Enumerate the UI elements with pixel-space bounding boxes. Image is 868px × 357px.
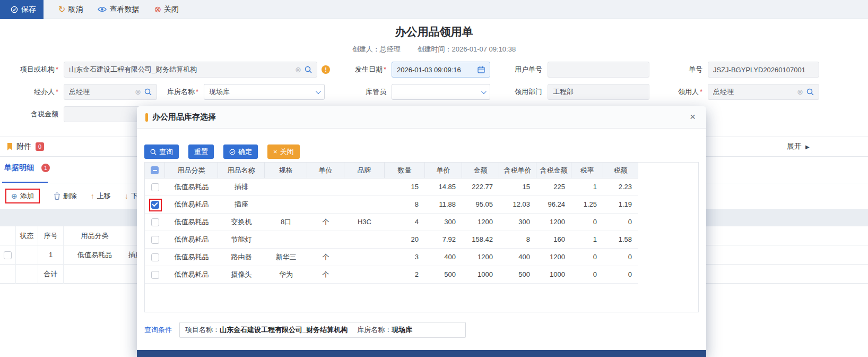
cell-tax-amount: 160 <box>536 231 571 248</box>
confirm-button[interactable]: 确定 <box>223 144 258 159</box>
cell-price: 14.85 <box>425 178 462 196</box>
inventory-row[interactable]: 低值易耗品 插排 15 14.85 222.77 15 225 1 2.23 <box>145 178 638 196</box>
cell-unit: 个 <box>307 266 344 283</box>
cell-spec: 新华三 <box>265 249 307 266</box>
recipient-label: 领用人* <box>670 84 708 100</box>
close-x-icon: × <box>273 148 277 155</box>
modal-close-icon[interactable]: × <box>690 112 696 122</box>
inventory-row[interactable]: 低值易耗品 摄像头 华为 个 2 500 1000 500 1000 0 0 <box>145 266 638 284</box>
modal-header: 办公用品库存选择 × <box>137 106 706 129</box>
save-button[interactable]: 保存 <box>0 0 44 19</box>
cell-tax: 1.19 <box>603 196 638 213</box>
cell-name: 插排 <box>218 178 265 196</box>
query-conditions-link[interactable]: 查询条件 <box>144 325 172 335</box>
clear-icon[interactable]: ⊗ <box>135 88 141 96</box>
attachment-count-badge: 0 <box>36 142 44 151</box>
cell-unit: 个 <box>307 249 344 266</box>
arrow-up-icon: ↑ <box>91 192 94 200</box>
department-input[interactable]: 工程部 <box>548 84 649 100</box>
inventory-row[interactable]: 低值易耗品 节能灯 20 7.92 158.42 8 160 1 1.58 <box>145 231 638 249</box>
move-up-button[interactable]: ↑ 上移 <box>91 191 111 201</box>
annotation-box-add: ⊕ 添加 <box>5 189 40 203</box>
close-button[interactable]: ⊗ 关闭 <box>154 5 178 14</box>
select-all-checkbox[interactable] <box>151 166 159 174</box>
modal-close-button[interactable]: × 关闭 <box>267 144 300 159</box>
project-input[interactable]: 山东金石建设工程有限公司_财务结算机构 ⊗ <box>64 62 317 78</box>
field-keeper: 库管员 <box>346 84 490 100</box>
col-category: 用品分类 <box>165 163 218 178</box>
row-checkbox[interactable] <box>151 218 159 226</box>
occur-date-input[interactable]: 2026-01-03 09:09:16 <box>392 62 490 78</box>
cell-category: 低值易耗品 <box>165 196 218 213</box>
recipient-input[interactable]: 总经理 ⊗ <box>708 84 819 100</box>
inventory-select-modal: 办公用品库存选择 × 查询 重置 确定 × 关闭 用品分类 用品名称 规格 单位… <box>137 106 706 357</box>
cell-price: 7.92 <box>425 231 462 248</box>
attachment-label: 附件 <box>16 142 31 151</box>
row-checkbox[interactable] <box>151 236 159 244</box>
view-data-button[interactable]: 查看数据 <box>98 5 139 14</box>
cell-rate: 1.25 <box>571 196 603 213</box>
tab-detail-count-badge: 1 <box>41 164 50 172</box>
cell-amount: 95.05 <box>462 196 499 213</box>
top-toolbar: 保存 ↻ 取消 查看数据 ⊗ 关闭 <box>0 0 868 19</box>
handler-input[interactable]: 总经理 ⊗ <box>64 84 157 100</box>
cell-name: 交换机 <box>218 214 265 231</box>
reset-button[interactable]: 重置 <box>188 144 214 159</box>
cell-spec: 华为 <box>265 266 307 283</box>
col-tax: 税额 <box>603 163 638 178</box>
cell-tax: 0 <box>603 266 638 283</box>
clear-icon[interactable]: ⊗ <box>295 66 301 73</box>
cell-tax: 0 <box>603 249 638 266</box>
condition-project-value: 山东金石建设工程有限公司_财务结算机构 <box>220 325 348 335</box>
add-row-button[interactable]: ⊕ 添加 <box>11 191 34 201</box>
close-circle-icon: ⊗ <box>154 5 161 14</box>
inventory-row[interactable]: 低值易耗品 交换机 8口 个 H3C 4 300 1200 300 1200 0… <box>145 214 638 231</box>
inventory-row[interactable]: 低值易耗品 路由器 新华三 个 3 400 1200 400 1200 0 0 <box>145 249 638 266</box>
check-circle-icon <box>229 149 236 155</box>
col-tax-amount: 含税金额 <box>536 163 571 178</box>
clear-icon[interactable]: ⊗ <box>797 88 803 96</box>
col-spec: 规格 <box>265 163 307 178</box>
tab-detail-label: 单据明细 <box>4 163 34 173</box>
row-checkbox[interactable] <box>4 251 12 259</box>
user-doc-no-input[interactable] <box>548 62 649 78</box>
row-checkbox[interactable] <box>151 183 159 191</box>
expand-arrow-icon: ▶ <box>805 144 810 150</box>
cancel-button[interactable]: ↻ 取消 <box>58 5 83 14</box>
cell-tax: 0 <box>603 214 638 231</box>
delete-row-button[interactable]: 删除 <box>54 191 77 201</box>
cell-tax: 1.58 <box>603 231 638 248</box>
cancel-button-label: 取消 <box>68 5 83 14</box>
creator-label: 创建人： <box>352 45 380 53</box>
search-icon[interactable] <box>144 88 152 96</box>
eye-icon <box>98 6 107 13</box>
warehouse-select[interactable]: 现场库 <box>204 84 325 100</box>
row-checkbox-checked[interactable] <box>151 201 159 209</box>
cell-price: 300 <box>425 214 462 231</box>
search-icon[interactable] <box>305 66 312 73</box>
detail-cell-seq: 1 <box>38 245 64 265</box>
row-select-cell <box>145 196 165 213</box>
tab-detail[interactable]: 单据明细 1 <box>4 163 50 173</box>
keeper-select[interactable] <box>392 84 490 100</box>
search-icon[interactable] <box>806 88 814 96</box>
cell-category: 低值易耗品 <box>165 214 218 231</box>
detail-cell-category: 低值易耗品 <box>64 245 126 265</box>
occur-date-label: 发生日期* <box>346 62 392 78</box>
row-checkbox[interactable] <box>151 271 159 279</box>
cell-tax-amount: 1000 <box>536 266 571 283</box>
row-checkbox[interactable] <box>151 253 159 261</box>
cell-brand <box>344 231 385 248</box>
cell-tax-price: 12.03 <box>499 196 536 213</box>
expand-button[interactable]: 展开 ▶ <box>787 142 810 151</box>
cell-tax-price: 400 <box>499 249 536 266</box>
calendar-icon[interactable] <box>478 66 485 73</box>
annotation-box-checkbox <box>149 199 162 211</box>
cell-unit: 个 <box>307 214 344 231</box>
view-data-button-label: 查看数据 <box>109 5 139 14</box>
inventory-row-selected[interactable]: 低值易耗品 插座 8 11.88 95.05 12.03 96.24 1.25 … <box>145 196 638 214</box>
modal-close-button-label: 关闭 <box>280 147 294 157</box>
select-all-cell <box>145 163 165 178</box>
field-doc-no: 单号 JSZJ-BGYPLYD20260107001 <box>678 62 819 78</box>
query-button[interactable]: 查询 <box>144 144 179 159</box>
